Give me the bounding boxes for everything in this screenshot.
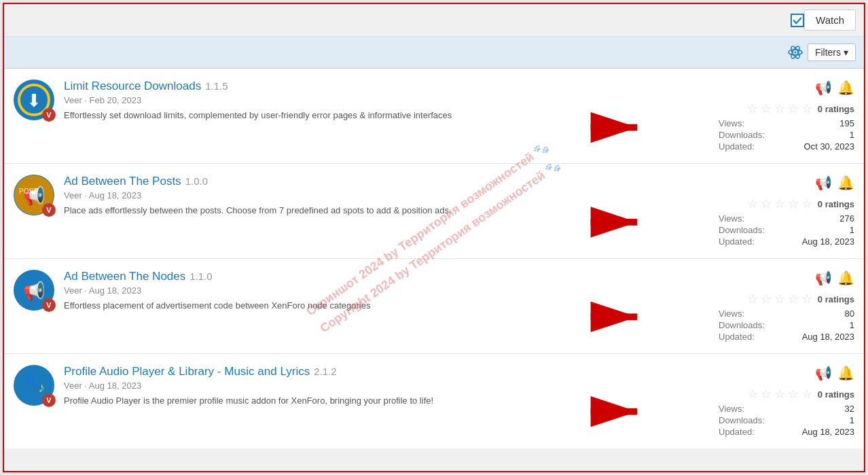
stats-table: Views: 195 Downloads: 1 Updated: Oct 30,… [719,118,854,152]
bell-icon[interactable]: 🔔 [837,175,854,191]
megaphone-icon[interactable]: 📢 [815,175,832,191]
bell-icon[interactable]: 🔔 [837,80,854,96]
updated-value: Aug 18, 2023 [802,427,854,437]
downloads-label: Downloads: [719,225,765,235]
resource-stats-section: ☆☆☆☆☆ 0 ratings Views: 32 Downloads: 1 U… [719,387,854,438]
updated-value: Oct 30, 2023 [804,141,854,152]
star-3: ☆ [774,292,785,306]
megaphone-icon[interactable]: 📢 [815,365,832,381]
star-1: ☆ [747,196,758,211]
stats-row-updated: Updated: Aug 18, 2023 [719,236,854,247]
resource-description: Profile Audio Player is the premier prof… [64,395,705,407]
resource-item: 📢 POST V Ad Between The Posts 1.0.0 Veer… [4,164,864,259]
resource-right: 📢 🔔 ☆☆☆☆☆ 0 ratings Views: 32 Downloads:… [719,365,854,438]
svg-text:👤: 👤 [24,374,36,385]
resource-version: 1.1.0 [189,270,212,282]
stats-row-views: Views: 32 [719,403,854,415]
downloads-label: Downloads: [719,415,765,425]
resource-version: 1.1.5 [205,80,228,92]
stats-row-downloads: Downloads: 1 [719,224,854,236]
downloads-value: 1 [850,320,854,330]
resource-meta: Veer · Feb 20, 2023 [64,95,705,105]
resource-description: Effortless placement of advertisement co… [64,300,705,312]
stats-row-updated: Updated: Aug 18, 2023 [719,331,854,342]
resource-item: 👤 ♪ V Profile Audio Player & Library - M… [4,354,864,448]
filters-label: Filters [815,47,841,58]
resource-right: 📢 🔔 ☆☆☆☆☆ 0 ratings Views: 195 Downloads… [719,80,854,152]
stars-row: ☆☆☆☆☆ 0 ratings [747,292,854,306]
downloads-label: Downloads: [719,130,765,140]
resource-title[interactable]: Profile Audio Player & Library - Music a… [64,365,310,379]
resource-title[interactable]: Ad Between The Nodes [64,270,185,283]
downloads-value: 1 [850,130,854,140]
resource-meta: Veer · Aug 18, 2023 [64,190,705,200]
stars-row: ☆☆☆☆☆ 0 ratings [747,387,854,402]
stats-row-updated: Updated: Aug 18, 2023 [719,426,854,438]
resource-version: 1.0.0 [185,175,208,187]
megaphone-icon[interactable]: 📢 [815,80,832,96]
avatar-badge: V [42,393,56,407]
top-bar: Watch [4,4,864,37]
atom-icon [787,44,803,60]
star-4: ☆ [788,292,799,306]
resource-list: ⬇ V Limit Resource Downloads 1.1.5 Veer … [4,69,864,448]
star-1: ☆ [747,101,758,116]
resource-meta: Veer · Aug 18, 2023 [64,285,705,296]
resource-stats-section: ☆☆☆☆☆ 0 ratings Views: 276 Downloads: 1 … [719,196,854,247]
views-label: Views: [719,309,744,319]
megaphone-icon[interactable]: 📢 [815,270,832,286]
downloads-label: Downloads: [719,320,765,330]
action-icons: 📢 🔔 [815,365,854,381]
updated-label: Updated: [719,427,755,437]
watch-button[interactable]: Watch [804,10,856,31]
stats-table: Views: 80 Downloads: 1 Updated: Aug 18, … [719,308,854,342]
resource-right: 📢 🔔 ☆☆☆☆☆ 0 ratings Views: 80 Downloads:… [719,270,854,342]
resource-content: Limit Resource Downloads 1.1.5 Veer · Fe… [64,80,705,122]
resource-item: ⬇ V Limit Resource Downloads 1.1.5 Veer … [4,69,864,164]
updated-value: Aug 18, 2023 [802,236,854,247]
views-value: 195 [839,118,854,128]
resource-description: Effortlessly set download limits, comple… [64,109,705,122]
stats-row-updated: Updated: Oct 30, 2023 [719,141,854,152]
stats-table: Views: 32 Downloads: 1 Updated: Aug 18, … [719,403,854,438]
views-label: Views: [719,118,744,128]
views-value: 32 [845,404,854,414]
resource-version: 2.1.2 [314,366,336,377]
chevron-down-icon: ▾ [844,47,848,58]
star-3: ☆ [774,101,785,116]
star-4: ☆ [788,196,799,211]
stats-row-downloads: Downloads: 1 [719,129,854,141]
resource-avatar: ⬇ V [14,80,54,120]
stats-table: Views: 276 Downloads: 1 Updated: Aug 18,… [719,213,854,247]
star-4: ☆ [788,387,799,402]
action-icons: 📢 🔔 [815,175,854,191]
updated-value: Aug 18, 2023 [802,332,854,342]
views-label: Views: [719,213,744,224]
downloads-value: 1 [850,415,854,425]
resource-content: Profile Audio Player & Library - Music a… [64,365,705,407]
action-icons: 📢 🔔 [815,80,854,96]
views-value: 80 [845,309,854,319]
resource-content: Ad Between The Posts 1.0.0 Veer · Aug 18… [64,175,705,217]
downloads-value: 1 [850,225,854,235]
resource-meta: Veer · Aug 18, 2023 [64,381,705,391]
ratings-text: 0 ratings [818,389,854,400]
avatar-badge: V [42,298,56,312]
watch-checkbox[interactable] [791,14,804,27]
bell-icon[interactable]: 🔔 [837,365,854,381]
stars-row: ☆☆☆☆☆ 0 ratings [747,101,854,116]
avatar-badge: V [42,203,56,217]
svg-text:📢: 📢 [23,280,46,302]
filters-button[interactable]: Filters ▾ [808,43,856,61]
avatar-badge: V [42,108,56,122]
updated-label: Updated: [719,141,755,152]
star-5: ☆ [801,196,812,211]
resource-avatar: 👤 ♪ V [14,365,54,406]
bell-icon[interactable]: 🔔 [837,270,854,286]
star-2: ☆ [761,387,772,402]
resource-title[interactable]: Limit Resource Downloads [64,80,201,93]
star-2: ☆ [761,196,772,211]
resource-title[interactable]: Ad Between The Posts [64,175,181,188]
views-value: 276 [839,213,854,224]
stats-row-views: Views: 276 [719,213,854,224]
